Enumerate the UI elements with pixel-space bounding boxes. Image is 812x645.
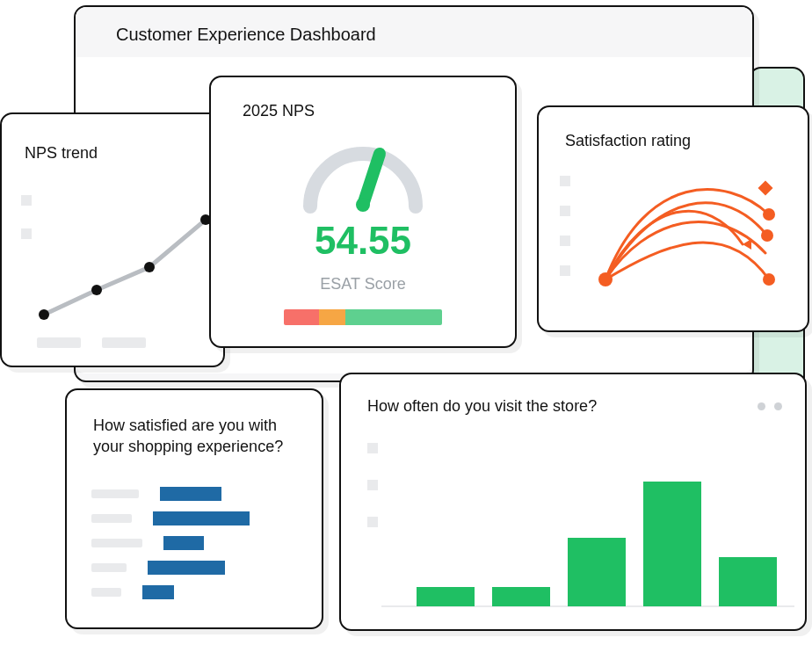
satisfied-q-title: How satisfied are you with your shopping…: [67, 390, 322, 458]
svg-point-4: [356, 198, 370, 212]
svg-rect-15: [643, 482, 701, 606]
card-nps-score: 2025 NPS 54.55 ESAT Score: [209, 76, 517, 348]
svg-point-0: [39, 309, 49, 320]
svg-point-5: [598, 272, 613, 286]
legend-swatch: [367, 480, 378, 490]
nps-score-value: 54.55: [315, 219, 411, 263]
card-satisfied-question: How satisfied are you with your shopping…: [65, 388, 323, 629]
svg-rect-14: [568, 538, 626, 606]
hbar: [163, 536, 204, 550]
svg-point-2: [144, 262, 155, 272]
hbar: [148, 561, 225, 575]
hbar: [160, 487, 221, 501]
score-zone-bar: [284, 309, 442, 325]
svg-rect-9: [758, 181, 773, 196]
nps-trend-title: NPS trend: [2, 114, 223, 163]
legend-swatch: [21, 195, 32, 206]
card-satisfaction: Satisfaction rating: [537, 105, 809, 332]
gauge-icon: [297, 136, 429, 215]
svg-rect-16: [719, 557, 777, 606]
svg-point-7: [761, 229, 773, 242]
svg-marker-10: [743, 239, 751, 250]
svg-rect-12: [417, 587, 475, 606]
axis-label-placeholder: [37, 337, 81, 348]
legend-swatch: [560, 236, 570, 246]
legend-swatch: [367, 517, 378, 527]
card-menu-icon[interactable]: [758, 402, 782, 410]
nps-trend-chart: [33, 185, 227, 334]
legend-swatch: [560, 206, 570, 216]
satisfaction-chart: [593, 165, 787, 306]
legend-swatch: [560, 265, 570, 276]
visit-q-title: How often do you visit the store?: [367, 397, 597, 416]
visit-bar-chart: [381, 439, 794, 615]
category-placeholder: [91, 588, 121, 597]
legend-swatch: [560, 176, 570, 186]
hbar: [153, 511, 250, 525]
svg-rect-13: [492, 587, 550, 606]
card-nps-trend: NPS trend: [0, 112, 225, 367]
legend-swatch: [21, 228, 32, 239]
svg-point-1: [91, 285, 102, 295]
card-visit-frequency: How often do you visit the store?: [339, 373, 807, 631]
category-placeholder: [91, 563, 127, 572]
category-placeholder: [91, 514, 132, 523]
category-placeholder: [91, 489, 139, 498]
nps-score-subtitle: ESAT Score: [320, 275, 405, 294]
svg-point-6: [763, 208, 775, 221]
hbar: [142, 585, 174, 599]
category-placeholder: [91, 539, 142, 547]
page-title: Customer Experience Dashboard: [76, 7, 752, 57]
nps-score-title: 2025 NPS: [211, 77, 515, 120]
satisfaction-title: Satisfaction rating: [539, 107, 808, 150]
axis-label-placeholder: [102, 337, 146, 348]
svg-point-8: [763, 273, 775, 286]
legend-swatch: [367, 443, 378, 453]
